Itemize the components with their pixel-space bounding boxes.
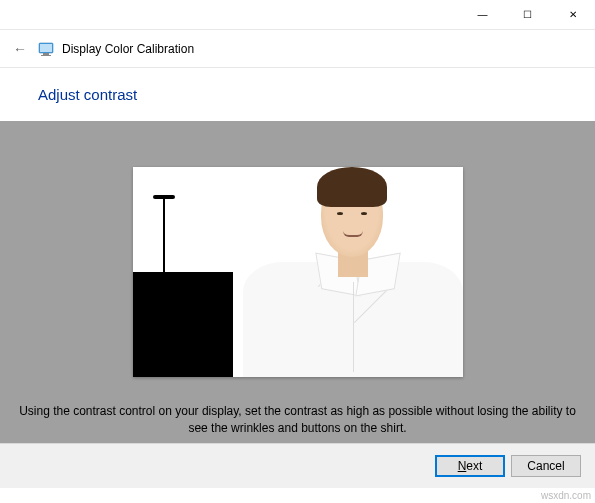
svg-rect-3 <box>41 55 51 56</box>
instruction-text: Using the contrast control on your displ… <box>0 403 595 437</box>
shirt-graphic <box>243 262 463 377</box>
app-title: Display Color Calibration <box>62 42 194 56</box>
maximize-button[interactable]: ☐ <box>505 0 550 29</box>
content-area: Using the contrast control on your displ… <box>0 121 595 443</box>
svg-rect-1 <box>40 44 52 52</box>
wizard-footer: Next Cancel <box>0 443 595 488</box>
next-button[interactable]: Next <box>435 455 505 477</box>
close-button[interactable]: ✕ <box>550 0 595 29</box>
person-head <box>321 177 383 257</box>
svg-rect-2 <box>43 53 49 55</box>
cancel-button[interactable]: Cancel <box>511 455 581 477</box>
display-calibration-icon <box>38 41 54 57</box>
header-row: ← Display Color Calibration <box>0 30 595 68</box>
titlebar: — ☐ ✕ <box>0 0 595 30</box>
page-heading: Adjust contrast <box>38 86 595 103</box>
watermark: wsxdn.com <box>541 490 591 501</box>
heading-area: Adjust contrast <box>0 68 595 121</box>
minimize-button[interactable]: — <box>460 0 505 29</box>
back-button[interactable]: ← <box>10 39 30 59</box>
contrast-sample-image <box>133 167 463 377</box>
